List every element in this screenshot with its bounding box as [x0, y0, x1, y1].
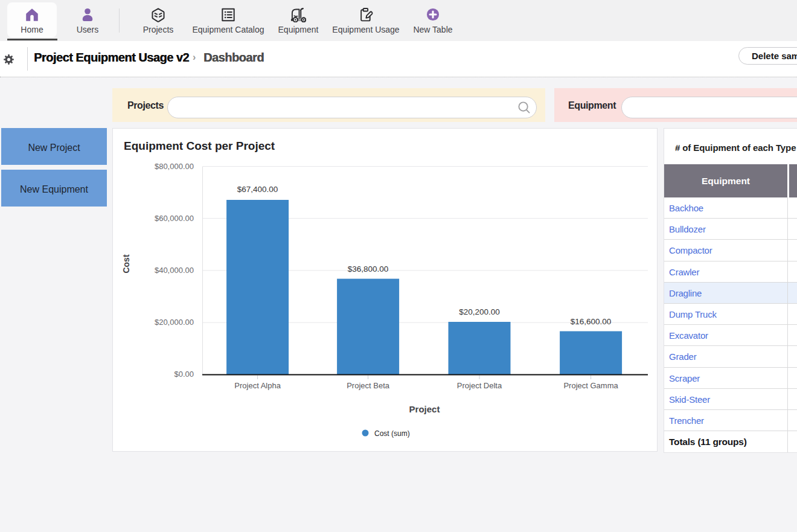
svg-text:$60,000.00: $60,000.00: [155, 214, 194, 223]
svg-text:$80,000.00: $80,000.00: [155, 162, 194, 171]
svg-text:Project Beta: Project Beta: [347, 381, 390, 390]
svg-text:$67,400.00: $67,400.00: [237, 185, 278, 194]
svg-text:$20,000.00: $20,000.00: [155, 318, 194, 327]
svg-text:Equipment Cost per Project: Equipment Cost per Project: [124, 139, 275, 152]
svg-text:Project Alpha: Project Alpha: [234, 381, 281, 390]
svg-text:Project: Project: [409, 404, 440, 414]
svg-text:Cost: Cost: [121, 254, 131, 273]
svg-text:$0.00: $0.00: [174, 370, 194, 379]
svg-text:$20,200.00: $20,200.00: [459, 307, 500, 316]
svg-text:Project Delta: Project Delta: [457, 381, 502, 390]
svg-text:Project Gamma: Project Gamma: [563, 381, 618, 390]
svg-text:$16,600.00: $16,600.00: [571, 317, 612, 326]
svg-text:$40,000.00: $40,000.00: [155, 266, 194, 275]
svg-text:Cost (sum): Cost (sum): [374, 429, 410, 438]
svg-text:$36,800.00: $36,800.00: [348, 264, 389, 274]
